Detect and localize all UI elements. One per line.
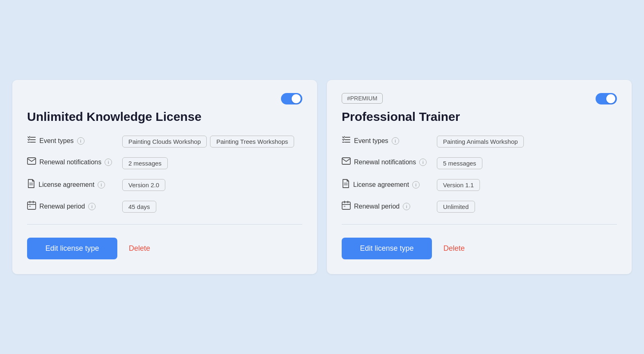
- checklist-icon: [27, 136, 36, 146]
- email-icon: [27, 157, 36, 167]
- toggle-track: [596, 93, 617, 104]
- field-label: License agreementi: [27, 179, 117, 190]
- field-row-license-agreement: License agreementiVersion 1.1: [342, 179, 617, 191]
- field-label-text: Event types: [39, 137, 74, 145]
- cards-container: Unlimited Knowledge License Event typesi…: [12, 80, 632, 274]
- field-label-text: Renewal period: [354, 203, 400, 210]
- calendar-icon: [27, 201, 36, 212]
- delete-button[interactable]: Delete: [443, 244, 465, 253]
- field-values: 45 days: [122, 201, 302, 213]
- field-row-renewal-period: Renewal periodiUnlimited: [342, 201, 617, 213]
- field-values: Painting Animals Workshop: [437, 136, 617, 148]
- toggle-track: [281, 93, 302, 104]
- edit-license-button[interactable]: Edit license type: [342, 238, 432, 259]
- field-label: License agreementi: [342, 179, 432, 190]
- field-tag: 2 messages: [122, 157, 168, 169]
- field-values: Version 2.0: [122, 179, 302, 191]
- field-row-event-types: Event typesiPainting Animals Workshop: [342, 136, 617, 148]
- field-values: 2 messages: [122, 157, 302, 169]
- card-title: Unlimited Knowledge License: [27, 109, 302, 124]
- document-icon: [342, 179, 350, 190]
- field-label-text: License agreement: [353, 181, 409, 188]
- field-label-text: License agreement: [39, 181, 94, 188]
- field-tag: Version 1.1: [437, 179, 480, 191]
- svg-rect-11: [29, 206, 31, 207]
- info-icon[interactable]: i: [392, 137, 399, 145]
- card-professional-trainer: #PREMIUM Professional Trainer Event type…: [327, 80, 632, 274]
- svg-rect-23: [344, 206, 345, 207]
- document-icon: [27, 179, 35, 190]
- field-label: Event typesi: [342, 136, 432, 146]
- delete-button[interactable]: Delete: [129, 244, 150, 253]
- field-row-license-agreement: License agreementiVersion 2.0: [27, 179, 302, 191]
- field-row-renewal-period: Renewal periodi45 days: [27, 201, 302, 213]
- info-icon[interactable]: i: [412, 181, 420, 188]
- field-tag: Painting Trees Workshops: [210, 136, 294, 148]
- field-tag: 45 days: [122, 201, 156, 213]
- field-values: Unlimited: [437, 201, 617, 213]
- toggle-switch[interactable]: [596, 93, 617, 104]
- card-footer: Edit license typeDelete: [27, 238, 302, 259]
- edit-license-button[interactable]: Edit license type: [27, 238, 117, 259]
- field-row-renewal-notifications: Renewal notificationsi2 messages: [27, 157, 302, 169]
- checklist-icon: [342, 136, 351, 146]
- card-footer: Edit license typeDelete: [342, 238, 617, 259]
- field-tag: 5 messages: [437, 157, 482, 169]
- field-label-text: Event types: [354, 137, 388, 145]
- field-label-text: Renewal period: [39, 203, 85, 210]
- info-icon[interactable]: i: [105, 159, 112, 166]
- field-values: 5 messages: [437, 157, 617, 169]
- field-tag: Painting Animals Workshop: [437, 136, 524, 148]
- card-divider: [342, 224, 617, 225]
- card-divider: [27, 224, 302, 225]
- svg-rect-19: [342, 202, 350, 209]
- svg-rect-7: [27, 202, 36, 209]
- field-tag: Unlimited: [437, 201, 475, 213]
- info-icon[interactable]: i: [403, 203, 410, 210]
- info-icon[interactable]: i: [88, 203, 96, 210]
- field-values: Painting Clouds WorkshopPainting Trees W…: [122, 136, 302, 148]
- field-label: Renewal notificationsi: [27, 157, 117, 167]
- card-header: #PREMIUM: [342, 93, 617, 104]
- card-header: [27, 93, 302, 104]
- info-icon[interactable]: i: [77, 137, 84, 145]
- toggle-switch[interactable]: [281, 93, 302, 104]
- field-label-text: Renewal notifications: [354, 159, 416, 166]
- field-row-event-types: Event typesiPainting Clouds WorkshopPain…: [27, 136, 302, 148]
- field-values: Version 1.1: [437, 179, 617, 191]
- field-label-text: Renewal notifications: [39, 159, 101, 166]
- toggle-thumb: [292, 94, 301, 103]
- email-icon: [342, 157, 351, 167]
- field-label: Renewal periodi: [342, 201, 432, 212]
- field-label: Renewal notificationsi: [342, 157, 432, 167]
- field-tag: Painting Clouds Workshop: [122, 136, 207, 148]
- card-title: Professional Trainer: [342, 109, 617, 124]
- info-icon[interactable]: i: [98, 181, 105, 188]
- info-icon[interactable]: i: [419, 159, 427, 166]
- premium-badge: #PREMIUM: [342, 93, 383, 104]
- field-tag: Version 2.0: [122, 179, 165, 191]
- field-row-renewal-notifications: Renewal notificationsi5 messages: [342, 157, 617, 169]
- field-label: Renewal periodi: [27, 201, 117, 212]
- calendar-icon: [342, 201, 351, 212]
- toggle-thumb: [606, 94, 615, 103]
- card-unlimited-knowledge: Unlimited Knowledge License Event typesi…: [12, 80, 317, 274]
- field-label: Event typesi: [27, 136, 117, 146]
